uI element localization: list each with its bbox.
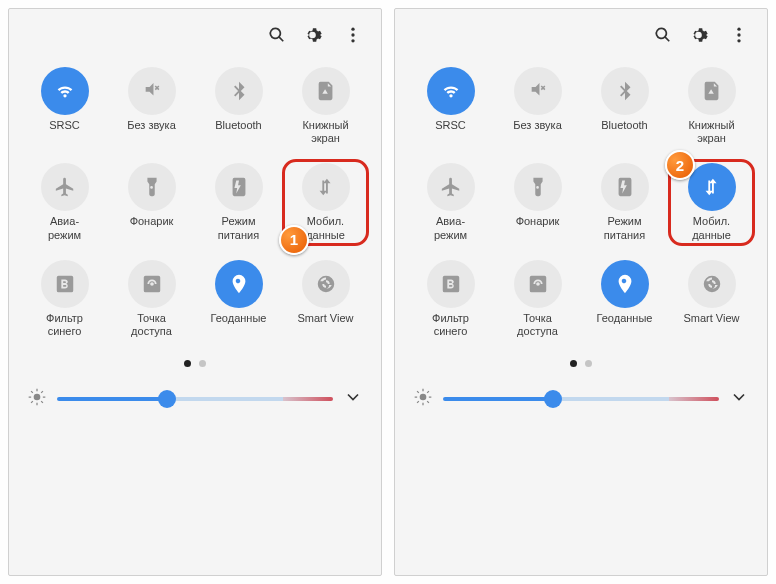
tile-label: SRSC: [435, 119, 466, 145]
data-icon: [302, 163, 350, 211]
hotspot-icon: [514, 260, 562, 308]
tile-label: Smart View: [297, 312, 353, 338]
tiles-grid: SRSCБез звукаBluetoothКнижный экранАвиа-…: [21, 59, 369, 346]
tile-label: Режим питания: [218, 215, 259, 241]
expand-icon[interactable]: [729, 387, 749, 411]
tile-mute[interactable]: Без звука: [494, 63, 581, 149]
slider-thumb[interactable]: [544, 390, 562, 408]
tile-geo[interactable]: Геоданные: [581, 256, 668, 342]
power-icon: [215, 163, 263, 211]
tile-label: Мобил. данные: [692, 215, 731, 241]
tile-label: Книжный экран: [302, 119, 348, 145]
brightness-slider[interactable]: [57, 397, 333, 401]
power-icon: [601, 163, 649, 211]
tile-label: Bluetooth: [215, 119, 261, 145]
search-icon[interactable]: [653, 25, 673, 49]
bluef-icon: [41, 260, 89, 308]
tile-hotspot[interactable]: Точка доступа: [494, 256, 581, 342]
tile-book[interactable]: Книжный экран: [668, 63, 755, 149]
settings-icon[interactable]: [691, 25, 711, 49]
tile-label: Фонарик: [516, 215, 560, 241]
tile-bt[interactable]: Bluetooth: [581, 63, 668, 149]
tile-label: Bluetooth: [601, 119, 647, 145]
tile-label: Точка доступа: [517, 312, 558, 338]
tile-bt[interactable]: Bluetooth: [195, 63, 282, 149]
pager: [21, 360, 369, 367]
quick-settings-panel-left: SRSCБез звукаBluetoothКнижный экранАвиа-…: [8, 8, 382, 576]
more-icon[interactable]: [343, 25, 363, 49]
pager-dot[interactable]: [585, 360, 592, 367]
geo-icon: [215, 260, 263, 308]
smart-icon: [302, 260, 350, 308]
tile-label: Режим питания: [604, 215, 645, 241]
tile-label: Фильтр синего: [432, 312, 469, 338]
tile-wifi[interactable]: SRSC: [407, 63, 494, 149]
brightness-row: [21, 377, 369, 425]
tile-label: Книжный экран: [688, 119, 734, 145]
tile-data[interactable]: Мобил. данные2: [668, 159, 755, 245]
tile-label: Фильтр синего: [46, 312, 83, 338]
bt-icon: [215, 67, 263, 115]
geo-icon: [601, 260, 649, 308]
mute-icon: [514, 67, 562, 115]
tile-power[interactable]: Режим питания: [195, 159, 282, 245]
mute-icon: [128, 67, 176, 115]
brightness-icon: [413, 387, 433, 411]
tile-airplane[interactable]: Авиа- режим: [21, 159, 108, 245]
tile-geo[interactable]: Геоданные: [195, 256, 282, 342]
pager-dot[interactable]: [570, 360, 577, 367]
tile-torch[interactable]: Фонарик: [494, 159, 581, 245]
book-icon: [302, 67, 350, 115]
pager-dot[interactable]: [199, 360, 206, 367]
torch-icon: [514, 163, 562, 211]
book-icon: [688, 67, 736, 115]
more-icon[interactable]: [729, 25, 749, 49]
tile-wifi[interactable]: SRSC: [21, 63, 108, 149]
tile-label: Мобил. данные: [306, 215, 345, 241]
tile-power[interactable]: Режим питания: [581, 159, 668, 245]
topbar: [407, 21, 755, 59]
tile-book[interactable]: Книжный экран: [282, 63, 369, 149]
tile-label: SRSC: [49, 119, 80, 145]
hotspot-icon: [128, 260, 176, 308]
brightness-row: [407, 377, 755, 425]
tile-label: Авиа- режим: [434, 215, 467, 241]
airplane-icon: [427, 163, 475, 211]
search-icon[interactable]: [267, 25, 287, 49]
wifi-icon: [427, 67, 475, 115]
quick-settings-panel-right: SRSCБез звукаBluetoothКнижный экранАвиа-…: [394, 8, 768, 576]
tile-smart[interactable]: Smart View: [668, 256, 755, 342]
tile-smart[interactable]: Smart View: [282, 256, 369, 342]
expand-icon[interactable]: [343, 387, 363, 411]
settings-icon[interactable]: [305, 25, 325, 49]
tile-label: Геоданные: [211, 312, 267, 338]
slider-thumb[interactable]: [158, 390, 176, 408]
tiles-grid: SRSCБез звукаBluetoothКнижный экранАвиа-…: [407, 59, 755, 346]
smart-icon: [688, 260, 736, 308]
wifi-icon: [41, 67, 89, 115]
tile-label: Фонарик: [130, 215, 174, 241]
tile-label: Без звука: [513, 119, 562, 145]
data-icon: [688, 163, 736, 211]
pager-dot[interactable]: [184, 360, 191, 367]
tile-label: Геоданные: [597, 312, 653, 338]
tile-label: Точка доступа: [131, 312, 172, 338]
tile-torch[interactable]: Фонарик: [108, 159, 195, 245]
tile-airplane[interactable]: Авиа- режим: [407, 159, 494, 245]
tile-bluef[interactable]: Фильтр синего: [21, 256, 108, 342]
tile-data[interactable]: Мобил. данные1: [282, 159, 369, 245]
bluef-icon: [427, 260, 475, 308]
tile-bluef[interactable]: Фильтр синего: [407, 256, 494, 342]
pager: [407, 360, 755, 367]
tile-mute[interactable]: Без звука: [108, 63, 195, 149]
brightness-slider[interactable]: [443, 397, 719, 401]
callout-badge: 1: [279, 225, 309, 255]
tile-hotspot[interactable]: Точка доступа: [108, 256, 195, 342]
airplane-icon: [41, 163, 89, 211]
topbar: [21, 21, 369, 59]
torch-icon: [128, 163, 176, 211]
bt-icon: [601, 67, 649, 115]
tile-label: Авиа- режим: [48, 215, 81, 241]
tile-label: Smart View: [683, 312, 739, 338]
brightness-icon: [27, 387, 47, 411]
